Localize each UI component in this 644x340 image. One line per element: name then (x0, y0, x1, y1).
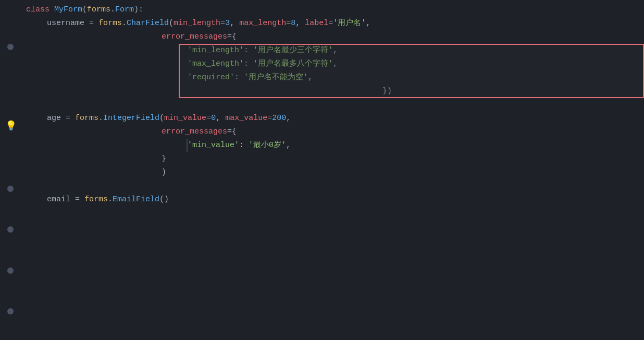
gutter-dot-5 (7, 308, 14, 314)
min-length-val: '用户名最少三个字符' (253, 44, 333, 57)
comma9: , (286, 139, 291, 152)
close-paren2: ) (162, 166, 166, 179)
gutter: 💡 (0, 0, 22, 340)
eq10: = (75, 193, 84, 206)
colon1: : (244, 44, 253, 57)
eq8: = (267, 112, 272, 125)
min-val2: 0 (211, 112, 216, 125)
line-min-length-msg: 'min_length' : '用户名最少三个字符' , (26, 44, 644, 57)
min-value-val: '最小0岁' (249, 139, 286, 152)
comma1: , (230, 17, 239, 30)
line-blank (26, 98, 644, 112)
age-var: age (47, 112, 66, 125)
paren-open: ( (82, 4, 87, 16)
label-val: '用户名' (333, 17, 366, 30)
comma3: , (366, 17, 370, 30)
min-length-key: 'min_length' (188, 44, 244, 57)
max-val: 8 (291, 17, 295, 30)
required-key: 'required' (188, 71, 234, 84)
base-class: forms (87, 4, 110, 16)
eq6: = (66, 112, 75, 125)
keyword-class: class (26, 4, 54, 16)
email-var: email (47, 193, 75, 206)
gutter-dot-4 (7, 268, 14, 274)
required-val: '用户名不能为空' (244, 71, 308, 84)
line-error-messages: error_messages = { (26, 30, 644, 44)
close-brace-paren: }) (382, 85, 392, 98)
forms2: forms (75, 112, 98, 125)
max-length-param: max_length (239, 17, 286, 30)
forms3: forms (84, 193, 108, 206)
line-age-close-brace: } (26, 152, 644, 166)
eq3: = (286, 17, 291, 30)
comma2: , (295, 17, 305, 30)
min-val: 3 (225, 17, 230, 30)
colon2: : (244, 58, 253, 70)
paren-close: ): (134, 4, 143, 16)
close-brace2: } (162, 153, 166, 165)
comma7: , (216, 112, 225, 125)
min-value-param: min_value (164, 112, 206, 125)
integerfield: IntegerField (103, 112, 159, 125)
paren3: () (159, 193, 169, 206)
brace2: { (232, 126, 237, 138)
line-username: username = forms . CharField ( min_lengt… (26, 17, 644, 30)
min-value-key: 'min_value' (188, 139, 239, 152)
max-length-val: '用户名最多八个字符' (253, 58, 333, 70)
open-brace: { (232, 31, 237, 43)
paren2: ( (159, 112, 164, 125)
gutter-dot-3 (7, 226, 14, 233)
line-blank2 (26, 179, 644, 193)
comma5: , (333, 58, 338, 70)
forms-module: forms (98, 17, 122, 30)
class-name: MyForm (54, 4, 82, 16)
line-class-def: class MyForm(forms.Form): (22, 3, 644, 17)
max-length-key: 'max_length' (188, 58, 244, 70)
label-param: label (305, 17, 328, 30)
line-age-min-value: 'min_value' : '最小0岁' , (26, 139, 644, 152)
dot3: . (98, 112, 103, 125)
dot: . (110, 4, 115, 16)
line-age: age = forms . IntegerField ( min_value =… (26, 112, 644, 125)
dot4: . (108, 193, 113, 206)
gutter-dot-2 (7, 186, 14, 192)
line-age-close-paren: ) (26, 166, 644, 179)
comma8: , (286, 112, 291, 125)
line-close-bracket: }) (26, 84, 644, 98)
eq2: = (220, 17, 225, 30)
comma4: , (333, 44, 338, 57)
highlight-region: 'min_length' : '用户名最少三个字符' , 'max_length… (26, 44, 644, 84)
age-error-param: error_messages (162, 126, 227, 138)
colon4: : (239, 139, 249, 152)
colon3: : (234, 71, 244, 84)
gutter-dot-1 (7, 44, 14, 50)
eq9: = (227, 126, 232, 138)
eq5: = (227, 31, 232, 43)
line-required-msg: 'required' : '用户名不能为空' , (26, 71, 644, 84)
min-length-param: min_length (174, 17, 220, 30)
line-max-length-msg: 'max_length' : '用户名最多八个字符' , (26, 57, 644, 71)
emailfield: EmailField (113, 193, 159, 206)
eq7: = (206, 112, 211, 125)
line-age-error-messages: error_messages = { (26, 125, 644, 139)
line-email: email = forms . EmailField () (26, 193, 644, 207)
paren1: ( (169, 17, 174, 30)
max-val2: 200 (272, 112, 286, 125)
eq: = (89, 17, 98, 30)
code-lines: class MyForm(forms.Form): username = for… (0, 0, 644, 340)
eq4: = (328, 17, 333, 30)
username-var: username (47, 17, 89, 30)
comma6: , (308, 71, 313, 84)
charfield: CharField (127, 17, 169, 30)
error-messages-param: error_messages (162, 31, 227, 43)
form-class: Form (115, 4, 134, 16)
dot2: . (122, 17, 127, 30)
code-editor: 💡 class MyForm(forms.Form): username = f… (0, 0, 644, 340)
max-value-param: max_value (225, 112, 267, 125)
lightbulb-icon[interactable]: 💡 (5, 119, 17, 134)
